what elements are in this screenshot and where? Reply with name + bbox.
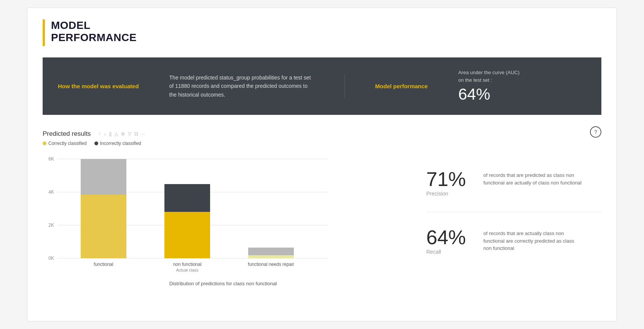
svg-text:non functional: non functional bbox=[173, 262, 202, 267]
expand-icon[interactable]: ⊡ bbox=[134, 131, 138, 137]
bar-chart: 6K 4K 2K 0K bbox=[43, 154, 332, 275]
bar-nonfunctional-correct bbox=[164, 212, 210, 258]
svg-text:Actual class: Actual class bbox=[176, 268, 199, 272]
chart-svg-wrapper: 6K 4K 2K 0K bbox=[43, 154, 403, 277]
banner-auc-label: Area under the curve (AUC) on the test s… bbox=[458, 69, 520, 84]
sort-asc-icon[interactable]: ↑ bbox=[99, 131, 101, 137]
incorrectly-classified-label: Incorrectly classified bbox=[100, 141, 141, 146]
main-content: Predicted results ↑ ↓ || △ ⊘ ▽ ⊡ ··· Cor… bbox=[43, 130, 601, 286]
recall-label: Recall bbox=[426, 249, 476, 255]
precision-label: Precision bbox=[426, 191, 476, 197]
bar-functional-correct bbox=[81, 195, 126, 258]
stats-section: ? 71% Precision of records that are pred… bbox=[426, 130, 601, 286]
chart-legend: Correctly classified Incorrectly classif… bbox=[43, 141, 403, 146]
svg-text:6K: 6K bbox=[48, 156, 54, 162]
bar-repair-correct bbox=[248, 255, 294, 258]
chart-footer: Distribution of predictions for class no… bbox=[43, 281, 403, 286]
page-header: MODEL PERFORMANCE bbox=[43, 19, 601, 46]
banner-auc-section: Area under the curve (AUC) on the test s… bbox=[458, 69, 520, 103]
pin-icon[interactable]: ⊘ bbox=[121, 131, 125, 137]
chart-header: Predicted results ↑ ↓ || △ ⊘ ▽ ⊡ ··· bbox=[43, 130, 403, 138]
header-accent bbox=[43, 19, 45, 46]
stats-separator bbox=[426, 212, 601, 212]
precision-description: of records that are predicted as class n… bbox=[483, 172, 582, 186]
chart-section: Predicted results ↑ ↓ || △ ⊘ ▽ ⊡ ··· Cor… bbox=[43, 130, 426, 286]
banner-auc-value: 64% bbox=[458, 85, 520, 103]
help-button[interactable]: ? bbox=[590, 126, 601, 138]
columns-icon[interactable]: || bbox=[109, 131, 112, 137]
svg-text:functional: functional bbox=[94, 262, 113, 267]
banner-performance-label: Model performance bbox=[375, 83, 428, 89]
banner-divider bbox=[344, 75, 345, 98]
bookmark-icon[interactable]: △ bbox=[115, 131, 118, 137]
banner-left-label: How the model was evaluated bbox=[58, 83, 139, 89]
svg-text:4K: 4K bbox=[48, 189, 54, 195]
correctly-classified-label: Correctly classified bbox=[48, 141, 87, 146]
precision-block: 71% Precision of records that are predic… bbox=[426, 169, 601, 197]
svg-text:0K: 0K bbox=[48, 256, 54, 261]
sort-desc-icon[interactable]: ↓ bbox=[104, 131, 106, 137]
recall-block: 64% Recall of records that are actually … bbox=[426, 227, 601, 255]
banner-description: The model predicted status_group probabi… bbox=[169, 73, 314, 99]
more-icon[interactable]: ··· bbox=[141, 131, 145, 137]
chart-toolbar: ↑ ↓ || △ ⊘ ▽ ⊡ ··· bbox=[99, 131, 145, 137]
legend-correctly-classified: Correctly classified bbox=[43, 141, 87, 146]
recall-value: 64% bbox=[426, 227, 476, 247]
page-title: MODEL PERFORMANCE bbox=[51, 19, 137, 44]
correctly-classified-dot bbox=[43, 141, 46, 145]
help-button-container: ? bbox=[590, 126, 601, 138]
svg-text:functional needs repair: functional needs repair bbox=[248, 262, 294, 267]
model-evaluation-banner: How the model was evaluated The model pr… bbox=[43, 57, 601, 115]
incorrectly-classified-dot bbox=[94, 141, 98, 145]
precision-value: 71% bbox=[426, 169, 476, 189]
bar-nonfunctional-incorrect bbox=[164, 184, 210, 212]
bar-functional-incorrect bbox=[81, 159, 126, 195]
svg-text:2K: 2K bbox=[48, 223, 54, 228]
recall-description: of records that are actually class non f… bbox=[483, 230, 582, 252]
filter-icon[interactable]: ▽ bbox=[128, 131, 131, 137]
chart-title: Predicted results bbox=[43, 130, 91, 138]
legend-incorrectly-classified: Incorrectly classified bbox=[94, 141, 141, 146]
bar-repair-incorrect bbox=[248, 248, 294, 255]
